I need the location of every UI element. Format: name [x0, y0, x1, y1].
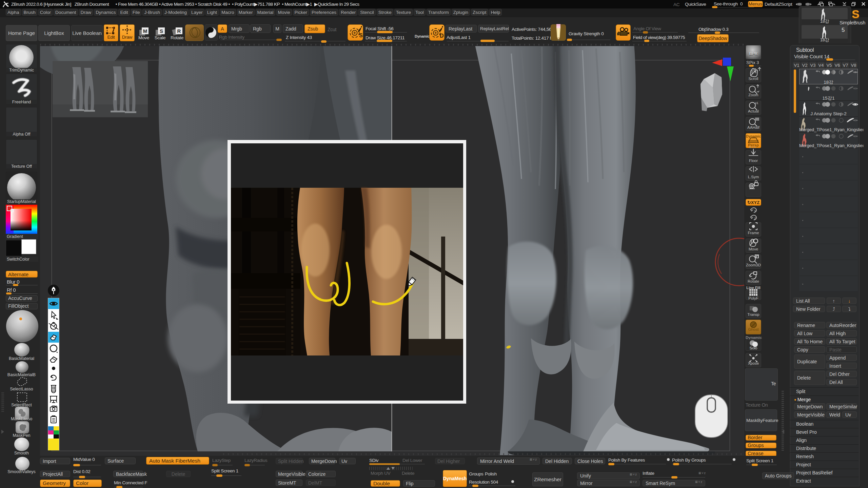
- svg-text:R: R: [177, 28, 181, 34]
- svg-text:D: D: [440, 33, 444, 39]
- svg-text:x1: x1: [755, 101, 758, 105]
- svg-text:M: M: [143, 28, 147, 34]
- svg-text:S: S: [160, 28, 163, 34]
- svg-text:S: S: [359, 33, 363, 38]
- svg-text:⊞ Y Z: ⊞ Y Z: [749, 146, 756, 149]
